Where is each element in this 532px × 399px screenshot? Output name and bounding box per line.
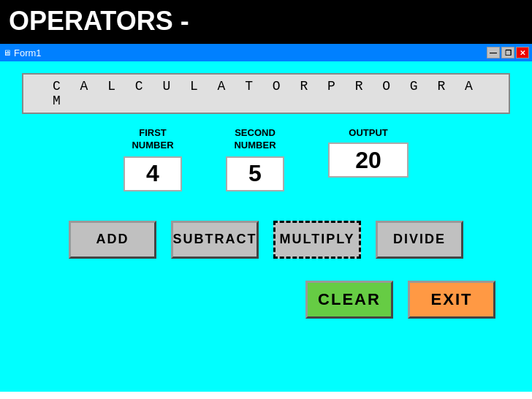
restore-button[interactable]: ❐	[501, 47, 514, 58]
exit-button[interactable]: EXIT	[408, 281, 495, 319]
second-number-value[interactable]: 5	[226, 156, 284, 191]
add-button[interactable]: ADD	[69, 221, 156, 259]
calc-title: C A L C U L A T O R P R O G R A M	[22, 73, 510, 114]
window-controls: — ❐ ✕	[487, 47, 529, 58]
monitor-icon: 🖥	[3, 48, 11, 57]
window-chrome: 🖥 Form1 — ❐ ✕	[0, 44, 532, 61]
operator-buttons-row: ADD SUBTRACT MULTIPLY DIVIDE	[69, 221, 463, 259]
clear-button[interactable]: CLEAR	[305, 281, 393, 319]
first-number-group: FIRSTNUMBER 4	[123, 127, 182, 191]
multiply-button[interactable]: MULTIPLY	[273, 221, 361, 259]
form-title-bar: 🖥 Form1	[3, 48, 42, 58]
bottom-buttons-row: CLEAR EXIT	[22, 281, 510, 319]
form-title-label: Form1	[14, 48, 42, 58]
app-title: OPERATORS -	[9, 6, 189, 36]
inputs-row: FIRSTNUMBER 4 SECONDNUMBER 5 OUTPUT 20	[22, 127, 510, 191]
divide-button[interactable]: DIVIDE	[376, 221, 463, 259]
close-button[interactable]: ✕	[516, 47, 529, 58]
app-title-bar: OPERATORS -	[0, 0, 532, 44]
second-number-label: SECONDNUMBER	[234, 127, 276, 152]
output-label: OUTPUT	[349, 127, 387, 138]
first-number-value[interactable]: 4	[123, 156, 182, 191]
output-group: OUTPUT 20	[328, 127, 408, 178]
form-area: C A L C U L A T O R P R O G R A M FIRSTN…	[0, 61, 532, 392]
second-number-group: SECONDNUMBER 5	[226, 127, 284, 191]
first-number-label: FIRSTNUMBER	[132, 127, 173, 152]
output-value: 20	[328, 142, 408, 178]
minimize-button[interactable]: —	[487, 47, 500, 58]
subtract-button[interactable]: SUBTRACT	[171, 221, 259, 259]
